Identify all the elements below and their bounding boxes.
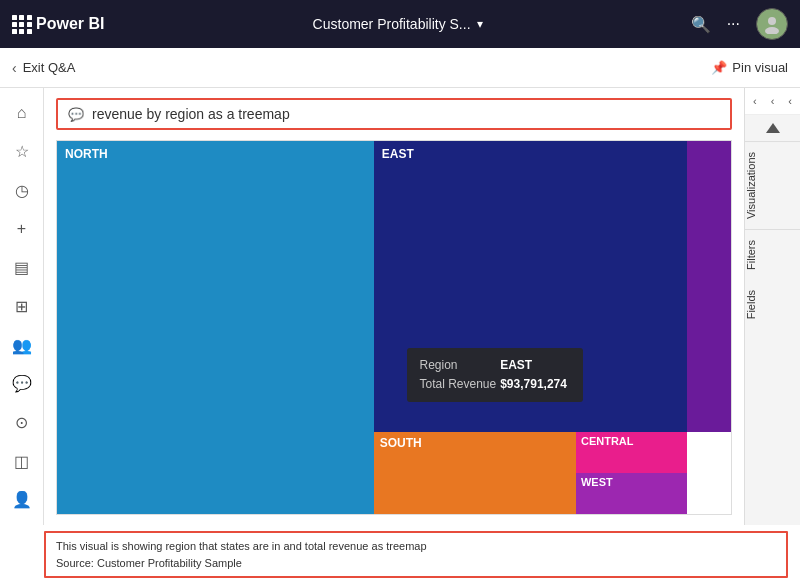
topbar-right: 🔍 ··· — [691, 8, 788, 40]
treemap-region-south[interactable]: SOUTH — [374, 432, 576, 514]
profile-icon[interactable]: 👤 — [4, 482, 40, 517]
east-label: EAST — [382, 147, 414, 161]
title-chevron-icon[interactable]: ▾ — [477, 17, 483, 31]
home-icon[interactable]: ⌂ — [4, 96, 40, 131]
treemap-region-east[interactable]: EAST — [374, 141, 687, 432]
avatar[interactable] — [756, 8, 788, 40]
collapse-far-right-btn[interactable]: ‹ — [782, 92, 798, 110]
center-content: 💬 revenue by region as a treemap NORTH E… — [44, 88, 744, 525]
map-icon[interactable]: ⊙ — [4, 405, 40, 440]
bottom-info-line2: Source: Customer Profitability Sample — [56, 555, 776, 572]
left-sidebar: ⌂ ☆ ◷ + ▤ ⊞ 👥 💬 ⊙ ◫ 👤 — [0, 88, 44, 525]
exit-qa-label: Exit Q&A — [23, 60, 76, 75]
panel-tabs: Visualizations Filters Fields — [745, 141, 800, 525]
qa-search-bar[interactable]: 💬 revenue by region as a treemap — [56, 98, 732, 130]
west-label: WEST — [581, 476, 613, 488]
app-logo-area — [12, 15, 36, 34]
visualizations-tab[interactable]: Visualizations — [745, 141, 800, 229]
more-options-button[interactable]: ··· — [727, 15, 740, 33]
panel-collapse-buttons: ‹ ‹ ‹ — [745, 88, 800, 115]
waffle-menu-icon[interactable] — [12, 15, 32, 34]
filters-tab[interactable]: Filters — [745, 229, 800, 280]
search-button[interactable]: 🔍 — [691, 15, 711, 34]
south-label: SOUTH — [380, 436, 422, 450]
treemap: NORTH EAST SOUTH CENTRAL WEST — [57, 141, 731, 514]
chat-bubble-icon: 💬 — [68, 107, 84, 122]
bottom-info-line1: This visual is showing region that state… — [56, 538, 776, 555]
collapse-left-btn[interactable]: ‹ — [747, 92, 763, 110]
back-arrow-icon: ‹ — [12, 60, 17, 76]
main-layout: ⌂ ☆ ◷ + ▤ ⊞ 👥 💬 ⊙ ◫ 👤 💬 revenue by regio… — [0, 88, 800, 525]
pin-visual-button[interactable]: 📌 Pin visual — [711, 60, 788, 75]
treemap-region-north[interactable]: NORTH — [57, 141, 374, 432]
create-icon[interactable]: + — [4, 212, 40, 247]
topbar: Power BI Customer Profitability S... ▾ 🔍… — [0, 0, 800, 48]
recent-icon[interactable]: ◷ — [4, 173, 40, 208]
collapse-right-btn[interactable]: ‹ — [765, 92, 781, 110]
exit-qa-button[interactable]: ‹ Exit Q&A — [12, 60, 75, 76]
treemap-region-far-right[interactable] — [687, 141, 731, 432]
svg-point-1 — [765, 27, 779, 34]
fields-tab[interactable]: Fields — [745, 280, 800, 329]
treemap-region-west[interactable]: WEST — [576, 473, 687, 514]
north-label: NORTH — [65, 147, 108, 161]
learn-icon[interactable]: ◫ — [4, 444, 40, 479]
report-title: Customer Profitability S... — [313, 16, 471, 32]
apps-icon[interactable]: ⊞ — [4, 289, 40, 324]
search-query: revenue by region as a treemap — [92, 106, 290, 122]
pin-visual-label: Pin visual — [732, 60, 788, 75]
pin-icon: 📌 — [711, 60, 727, 75]
shared-icon[interactable]: 👥 — [4, 328, 40, 363]
app-title: Power BI — [36, 15, 104, 33]
right-panel-area: ‹ ‹ ‹ Visualizations Filters Fields — [744, 88, 800, 525]
treemap-north-bottom[interactable] — [57, 432, 374, 514]
secondary-bar: ‹ Exit Q&A 📌 Pin visual — [0, 48, 800, 88]
bottom-info-box: This visual is showing region that state… — [44, 531, 788, 578]
data-icon[interactable]: ▤ — [4, 251, 40, 286]
chat-icon[interactable]: 💬 — [4, 366, 40, 401]
central-label: CENTRAL — [581, 435, 634, 447]
svg-point-0 — [768, 17, 776, 25]
filter-icon-area — [745, 115, 800, 141]
favorites-icon[interactable]: ☆ — [4, 135, 40, 170]
treemap-container: NORTH EAST SOUTH CENTRAL WEST — [56, 140, 732, 515]
treemap-region-central[interactable]: CENTRAL — [576, 432, 687, 473]
topbar-center: Customer Profitability S... ▾ — [104, 16, 690, 32]
filter-triangle-icon — [766, 123, 780, 133]
